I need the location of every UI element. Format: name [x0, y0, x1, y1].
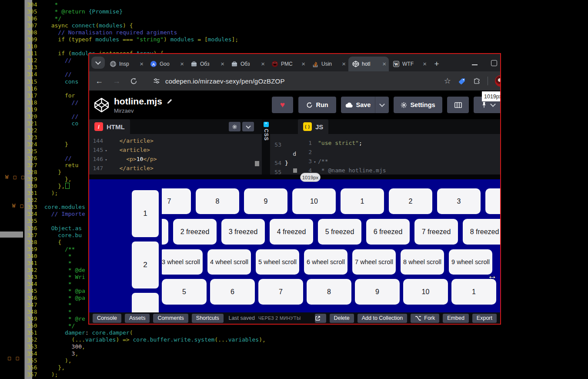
preview-card[interactable]: 8	[196, 188, 239, 214]
preview-card[interactable]: 8 freezed	[463, 219, 500, 245]
browser-tab[interactable]: Обз×	[187, 57, 227, 71]
preview-card[interactable]: 8 wheel scroll	[401, 249, 444, 275]
browser-tab[interactable]: Insp×	[106, 57, 146, 71]
scrollbar-nub[interactable]	[293, 168, 297, 173]
preview-card[interactable]	[485, 188, 500, 214]
hotline-row[interactable]: 56789101	[162, 279, 500, 305]
browser-tab[interactable]: PMC×	[267, 57, 308, 71]
edit-pencil-icon[interactable]	[167, 98, 173, 104]
tag-extension-icon[interactable]	[458, 77, 466, 85]
footer-add-to-collection-button[interactable]: Add to Collection	[357, 314, 408, 323]
footer-console-button[interactable]: Console	[93, 314, 121, 323]
preview-card[interactable]: 5 wheel scroll	[256, 249, 299, 275]
change-view-button[interactable]	[447, 97, 469, 113]
js-tab[interactable]: ( ) JS	[298, 119, 328, 134]
preview-card[interactable]: 7 freezed	[414, 219, 458, 245]
new-tab-button[interactable]: +	[431, 58, 442, 70]
browser-tab[interactable]: AGoo×	[146, 57, 187, 71]
tab-close-icon[interactable]: ×	[180, 61, 184, 67]
pen-author[interactable]: Mirzaev	[114, 107, 173, 114]
save-dropdown-button[interactable]	[375, 97, 389, 113]
preview-card[interactable]: 9	[244, 188, 287, 214]
save-button[interactable]: Save	[341, 97, 375, 113]
preview-card[interactable]: 4 wheel scroll	[207, 249, 251, 275]
preview-card[interactable]: 6 freezed	[366, 219, 410, 245]
scrollbar-block[interactable]	[0, 231, 23, 238]
hotline-row[interactable]: 2 freezed3 freezed4 freezed5 freezed6 fr…	[162, 219, 500, 245]
forward-button[interactable]: →	[113, 77, 120, 85]
tab-search-button[interactable]	[91, 57, 105, 69]
browser-window[interactable]: Insp×AGoo×Обз×Обз×PMC×Usin×hotl×WWTF× + …	[88, 53, 501, 325]
preview-card[interactable]: 10	[403, 279, 448, 305]
preview-card[interactable]: 5	[162, 279, 207, 305]
preview-card[interactable]: 2	[389, 188, 432, 214]
css-collapsed-strip[interactable]: * CSS	[262, 119, 270, 174]
browser-tab[interactable]: Usin×	[308, 57, 348, 71]
address-bar[interactable]: codepen.io/mirzaev-sexy/pen/gOzBZOP	[165, 77, 285, 85]
preview-card[interactable]: 1	[132, 190, 159, 237]
maximize-button[interactable]	[491, 60, 497, 66]
back-button[interactable]: ←	[95, 77, 103, 85]
js-code-area[interactable]: 1"use strict";23▾/**4 * @name hotline.mj…	[298, 134, 500, 174]
footer-delete-button[interactable]: Delete	[330, 314, 354, 323]
preview-iframe[interactable]: 789101232 freezed3 freezed4 freezed5 fre…	[89, 179, 500, 312]
preview-card[interactable]: 1	[341, 188, 384, 214]
preview-card[interactable]: 8	[307, 279, 351, 305]
settings-button[interactable]: Settings	[394, 97, 442, 113]
preview-card[interactable]: 7 wheel scroll	[352, 249, 396, 275]
profile-avatar[interactable]	[495, 75, 501, 87]
extensions-puzzle-icon[interactable]	[473, 77, 481, 85]
preview-card[interactable]: 1	[451, 279, 496, 305]
tab-close-icon[interactable]: ×	[140, 61, 144, 67]
love-button[interactable]: ♥	[272, 97, 293, 113]
minimize-button[interactable]	[472, 64, 478, 65]
footer-shortcuts-button[interactable]: Shortcuts	[192, 314, 224, 323]
preview-card[interactable]: 2 freezed	[173, 219, 217, 245]
tab-close-icon[interactable]: ×	[220, 61, 224, 67]
preview-card[interactable]: 3	[437, 188, 481, 214]
html-collapse-button[interactable]	[242, 122, 254, 131]
preview-card[interactable]	[162, 219, 168, 245]
editor-preview-divider[interactable]	[89, 174, 500, 179]
preview-card[interactable]: 7	[258, 279, 303, 305]
reload-button[interactable]	[130, 77, 137, 85]
tab-close-icon[interactable]: ×	[261, 61, 265, 67]
scrollbar-nub[interactable]	[255, 161, 259, 166]
run-button[interactable]: Run	[298, 97, 336, 113]
footer-embed-button[interactable]: Embed	[443, 314, 469, 323]
codepen-logo-icon[interactable]	[94, 97, 110, 113]
code-line: 1"use strict";	[298, 138, 500, 148]
tab-close-icon[interactable]: ×	[382, 61, 386, 67]
preview-card[interactable]: 9	[355, 279, 400, 305]
preview-card[interactable]: 3 wheel scroll	[162, 249, 203, 275]
browser-tab[interactable]: hotl×	[348, 57, 389, 71]
footer-fork-button[interactable]: Fork	[411, 314, 439, 323]
open-live-view-button[interactable]	[315, 314, 326, 323]
preview-card[interactable]: 9 wheel scroll	[449, 249, 492, 275]
browser-tab[interactable]: WWTF×	[389, 57, 429, 71]
preview-card[interactable]	[132, 293, 159, 312]
site-settings-icon[interactable]	[153, 77, 160, 84]
preview-card[interactable]: 2	[132, 241, 159, 288]
preview-card[interactable]: 4 freezed	[270, 219, 313, 245]
line-number: 326	[27, 155, 44, 162]
html-code-area[interactable]: 144 </article>145▾ <article>146▾ <p>10</…	[89, 134, 262, 174]
html-settings-gear-button[interactable]	[229, 122, 241, 131]
tab-close-icon[interactable]: ×	[342, 61, 346, 67]
preview-card[interactable]: 6 wheel scroll	[304, 249, 347, 275]
footer-export-button[interactable]: Export	[472, 314, 497, 323]
footer-assets-button[interactable]: Assets	[125, 314, 150, 323]
hotline-row[interactable]: 78910123	[162, 188, 500, 214]
preview-card[interactable]: 3 freezed	[221, 219, 265, 245]
browser-tab[interactable]: Обз×	[227, 57, 267, 71]
html-tab[interactable]: / HTML	[89, 119, 130, 134]
preview-card[interactable]: 6	[210, 279, 255, 305]
hotline-row[interactable]: 3 wheel scroll4 wheel scroll5 wheel scro…	[162, 249, 500, 275]
preview-card[interactable]: 5 freezed	[318, 219, 361, 245]
tab-close-icon[interactable]: ×	[423, 61, 427, 67]
preview-card[interactable]: 10	[292, 188, 336, 214]
preview-card[interactable]: 7	[162, 188, 191, 214]
footer-comments-button[interactable]: Comments	[153, 314, 188, 323]
bookmark-star-icon[interactable]: ☆	[444, 76, 451, 86]
tab-close-icon[interactable]: ×	[301, 61, 305, 67]
